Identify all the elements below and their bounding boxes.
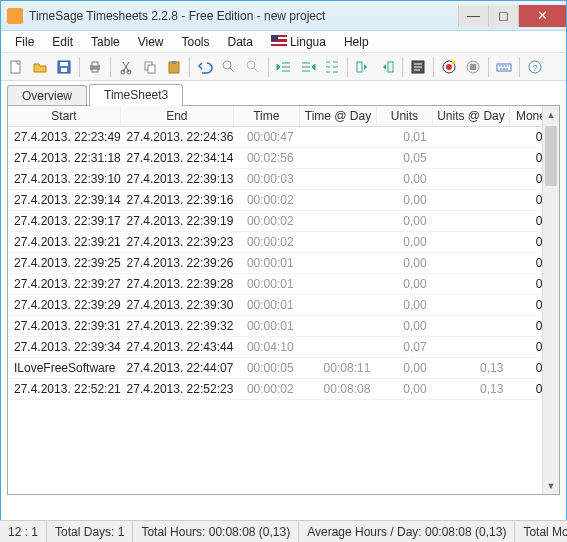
outdent-icon[interactable] [273,56,295,78]
cell-units[interactable]: 0,00 [376,316,432,337]
undo-icon[interactable] [194,56,216,78]
col-time[interactable]: Time [233,106,300,127]
cell-time-day[interactable] [300,295,377,316]
scroll-down-icon[interactable]: ▼ [543,477,559,494]
scrollbar-thumb[interactable] [545,126,557,186]
column-right-icon[interactable] [376,56,398,78]
cell-units[interactable]: 0,01 [376,127,432,148]
copy-icon[interactable] [139,56,161,78]
record-icon[interactable] [438,56,460,78]
titlebar[interactable]: TimeSage Timesheets 2.2.8 - Free Edition… [1,1,566,31]
save-icon[interactable] [53,56,75,78]
cell-time[interactable]: 00:00:02 [233,232,300,253]
cell-units[interactable]: 0,00 [376,169,432,190]
cell-units[interactable]: 0,00 [376,274,432,295]
cell-units-day[interactable] [433,295,510,316]
cell-start[interactable]: 27.4.2013. 22:39:27 [8,274,121,295]
cell-units[interactable]: 0,00 [376,295,432,316]
cell-time-day[interactable] [300,274,377,295]
paste-icon[interactable] [163,56,185,78]
col-units[interactable]: Units [376,106,432,127]
table-row[interactable]: 27.4.2013. 22:39:2527.4.2013. 22:39:2600… [8,253,559,274]
cell-end[interactable]: 27.4.2013. 22:44:07 [121,358,234,379]
scroll-up-icon[interactable]: ▲ [543,106,559,123]
table-row[interactable]: 27.4.2013. 22:39:2727.4.2013. 22:39:2800… [8,274,559,295]
column-left-icon[interactable] [352,56,374,78]
cell-time-day[interactable]: 00:08:08 [300,379,377,400]
cell-start[interactable]: 27.4.2013. 22:23:49 [8,127,121,148]
cell-start[interactable]: ILoveFreeSoftware [8,358,121,379]
cell-time[interactable]: 00:00:02 [233,190,300,211]
cell-end[interactable]: 27.4.2013. 22:39:19 [121,211,234,232]
cell-start[interactable]: 27.4.2013. 22:39:10 [8,169,121,190]
cell-units[interactable]: 0,00 [376,190,432,211]
table-row[interactable]: 27.4.2013. 22:39:1727.4.2013. 22:39:1900… [8,211,559,232]
menu-help[interactable]: Help [336,33,377,51]
cell-units-day[interactable] [433,169,510,190]
table-row[interactable]: 27.4.2013. 22:39:2127.4.2013. 22:39:2300… [8,232,559,253]
cell-end[interactable]: 27.4.2013. 22:39:28 [121,274,234,295]
cell-time-day[interactable] [300,148,377,169]
cell-time[interactable]: 00:00:02 [233,379,300,400]
menu-view[interactable]: View [130,33,172,51]
cell-end[interactable]: 27.4.2013. 22:24:36 [121,127,234,148]
menu-edit[interactable]: Edit [44,33,81,51]
notes-icon[interactable] [407,56,429,78]
cell-time-day[interactable] [300,253,377,274]
cell-units-day[interactable] [433,253,510,274]
cell-end[interactable]: 27.4.2013. 22:34:14 [121,148,234,169]
table-row[interactable]: 27.4.2013. 22:39:1427.4.2013. 22:39:1600… [8,190,559,211]
cell-units-day[interactable] [433,274,510,295]
cell-end[interactable]: 27.4.2013. 22:39:23 [121,232,234,253]
cell-time-day[interactable]: 00:08:11 [300,358,377,379]
cell-start[interactable]: 27.4.2013. 22:39:21 [8,232,121,253]
cell-time[interactable]: 00:02:56 [233,148,300,169]
table-row[interactable]: 27.4.2013. 22:39:2927.4.2013. 22:39:3000… [8,295,559,316]
tab-overview[interactable]: Overview [7,85,87,106]
menu-data[interactable]: Data [220,33,261,51]
cell-start[interactable]: 27.4.2013. 22:39:17 [8,211,121,232]
table-row[interactable]: 27.4.2013. 22:39:3127.4.2013. 22:39:3200… [8,316,559,337]
cell-time-day[interactable] [300,211,377,232]
maximize-button[interactable]: ◻ [488,5,518,27]
cell-units[interactable]: 0,07 [376,337,432,358]
cell-units[interactable]: 0,00 [376,253,432,274]
cell-units-day[interactable]: 0,13 [433,379,510,400]
vertical-scrollbar[interactable]: ▲ ▼ [542,106,559,494]
col-start[interactable]: Start [8,106,121,127]
cell-time[interactable]: 00:00:01 [233,253,300,274]
cell-end[interactable]: 27.4.2013. 22:39:13 [121,169,234,190]
cell-start[interactable]: 27.4.2013. 22:39:25 [8,253,121,274]
menu-tools[interactable]: Tools [174,33,218,51]
cell-units-day[interactable] [433,211,510,232]
cell-time[interactable]: 00:00:05 [233,358,300,379]
cell-start[interactable]: 27.4.2013. 22:39:31 [8,316,121,337]
cut-icon[interactable] [115,56,137,78]
cell-time[interactable]: 00:00:01 [233,316,300,337]
cell-time[interactable]: 00:04:10 [233,337,300,358]
cell-units-day[interactable]: 0,13 [433,358,510,379]
cell-start[interactable]: 27.4.2013. 22:31:18 [8,148,121,169]
cell-start[interactable]: 27.4.2013. 22:39:14 [8,190,121,211]
cell-units[interactable]: 0,00 [376,211,432,232]
data-grid[interactable]: Start End Time Time @ Day Units Units @ … [7,105,560,495]
cell-units-day[interactable] [433,316,510,337]
findnext-icon[interactable] [242,56,264,78]
cell-start[interactable]: 27.4.2013. 22:52:21 [8,379,121,400]
cell-units[interactable]: 0,05 [376,148,432,169]
cell-end[interactable]: 27.4.2013. 22:43:44 [121,337,234,358]
tab-timesheet3[interactable]: TimeSheet3 [89,84,183,106]
menu-table[interactable]: Table [83,33,128,51]
cell-time-day[interactable] [300,190,377,211]
cell-units-day[interactable] [433,148,510,169]
cell-time-day[interactable] [300,337,377,358]
table-row[interactable]: 27.4.2013. 22:31:1827.4.2013. 22:34:1400… [8,148,559,169]
table-row[interactable]: 27.4.2013. 22:23:4927.4.2013. 22:24:3600… [8,127,559,148]
cell-time[interactable]: 00:00:02 [233,211,300,232]
cell-units[interactable]: 0,00 [376,379,432,400]
cell-time[interactable]: 00:00:01 [233,274,300,295]
find-icon[interactable] [218,56,240,78]
table-row[interactable]: ILoveFreeSoftware27.4.2013. 22:44:0700:0… [8,358,559,379]
cell-end[interactable]: 27.4.2013. 22:39:16 [121,190,234,211]
table-row[interactable]: 27.4.2013. 22:52:2127.4.2013. 22:52:2300… [8,379,559,400]
